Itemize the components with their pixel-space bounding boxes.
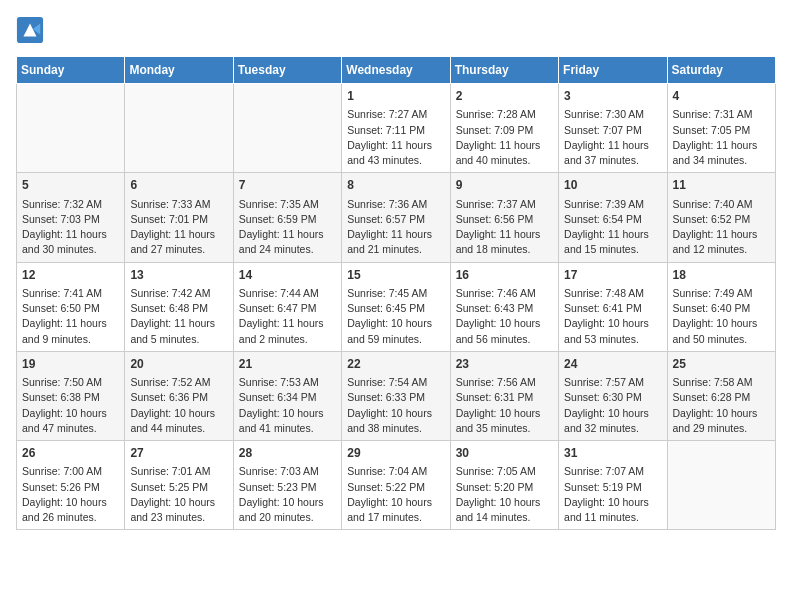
day-info: Sunrise: 7:58 AMSunset: 6:28 PMDaylight:… bbox=[673, 375, 770, 436]
day-info: Sunrise: 7:35 AMSunset: 6:59 PMDaylight:… bbox=[239, 197, 336, 258]
calendar-cell: 1Sunrise: 7:27 AMSunset: 7:11 PMDaylight… bbox=[342, 84, 450, 173]
calendar-cell: 26Sunrise: 7:00 AMSunset: 5:26 PMDayligh… bbox=[17, 441, 125, 530]
day-info: Sunrise: 7:46 AMSunset: 6:43 PMDaylight:… bbox=[456, 286, 553, 347]
calendar-cell: 16Sunrise: 7:46 AMSunset: 6:43 PMDayligh… bbox=[450, 262, 558, 351]
calendar-cell: 23Sunrise: 7:56 AMSunset: 6:31 PMDayligh… bbox=[450, 351, 558, 440]
calendar-table: SundayMondayTuesdayWednesdayThursdayFrid… bbox=[16, 56, 776, 530]
day-number: 30 bbox=[456, 445, 553, 462]
calendar-cell: 29Sunrise: 7:04 AMSunset: 5:22 PMDayligh… bbox=[342, 441, 450, 530]
week-row-5: 26Sunrise: 7:00 AMSunset: 5:26 PMDayligh… bbox=[17, 441, 776, 530]
day-number: 15 bbox=[347, 267, 444, 284]
calendar-cell: 18Sunrise: 7:49 AMSunset: 6:40 PMDayligh… bbox=[667, 262, 775, 351]
day-info: Sunrise: 7:42 AMSunset: 6:48 PMDaylight:… bbox=[130, 286, 227, 347]
day-info: Sunrise: 7:27 AMSunset: 7:11 PMDaylight:… bbox=[347, 107, 444, 168]
day-number: 5 bbox=[22, 177, 119, 194]
day-number: 17 bbox=[564, 267, 661, 284]
day-info: Sunrise: 7:03 AMSunset: 5:23 PMDaylight:… bbox=[239, 464, 336, 525]
calendar-cell: 4Sunrise: 7:31 AMSunset: 7:05 PMDaylight… bbox=[667, 84, 775, 173]
calendar-cell: 9Sunrise: 7:37 AMSunset: 6:56 PMDaylight… bbox=[450, 173, 558, 262]
day-number: 13 bbox=[130, 267, 227, 284]
day-number: 27 bbox=[130, 445, 227, 462]
day-number: 7 bbox=[239, 177, 336, 194]
day-number: 4 bbox=[673, 88, 770, 105]
day-number: 11 bbox=[673, 177, 770, 194]
calendar-cell: 12Sunrise: 7:41 AMSunset: 6:50 PMDayligh… bbox=[17, 262, 125, 351]
day-number: 8 bbox=[347, 177, 444, 194]
calendar-cell: 21Sunrise: 7:53 AMSunset: 6:34 PMDayligh… bbox=[233, 351, 341, 440]
day-info: Sunrise: 7:31 AMSunset: 7:05 PMDaylight:… bbox=[673, 107, 770, 168]
day-number: 14 bbox=[239, 267, 336, 284]
day-number: 22 bbox=[347, 356, 444, 373]
calendar-cell: 2Sunrise: 7:28 AMSunset: 7:09 PMDaylight… bbox=[450, 84, 558, 173]
calendar-cell: 31Sunrise: 7:07 AMSunset: 5:19 PMDayligh… bbox=[559, 441, 667, 530]
day-info: Sunrise: 7:05 AMSunset: 5:20 PMDaylight:… bbox=[456, 464, 553, 525]
day-info: Sunrise: 7:44 AMSunset: 6:47 PMDaylight:… bbox=[239, 286, 336, 347]
day-number: 26 bbox=[22, 445, 119, 462]
day-number: 28 bbox=[239, 445, 336, 462]
day-number: 23 bbox=[456, 356, 553, 373]
week-row-1: 1Sunrise: 7:27 AMSunset: 7:11 PMDaylight… bbox=[17, 84, 776, 173]
calendar-cell: 24Sunrise: 7:57 AMSunset: 6:30 PMDayligh… bbox=[559, 351, 667, 440]
day-number: 3 bbox=[564, 88, 661, 105]
column-header-tuesday: Tuesday bbox=[233, 57, 341, 84]
column-header-sunday: Sunday bbox=[17, 57, 125, 84]
day-info: Sunrise: 7:30 AMSunset: 7:07 PMDaylight:… bbox=[564, 107, 661, 168]
calendar-cell: 19Sunrise: 7:50 AMSunset: 6:38 PMDayligh… bbox=[17, 351, 125, 440]
day-info: Sunrise: 7:41 AMSunset: 6:50 PMDaylight:… bbox=[22, 286, 119, 347]
calendar-cell: 17Sunrise: 7:48 AMSunset: 6:41 PMDayligh… bbox=[559, 262, 667, 351]
calendar-cell: 25Sunrise: 7:58 AMSunset: 6:28 PMDayligh… bbox=[667, 351, 775, 440]
header-row: SundayMondayTuesdayWednesdayThursdayFrid… bbox=[17, 57, 776, 84]
day-number: 29 bbox=[347, 445, 444, 462]
day-info: Sunrise: 7:04 AMSunset: 5:22 PMDaylight:… bbox=[347, 464, 444, 525]
day-number: 24 bbox=[564, 356, 661, 373]
calendar-cell: 28Sunrise: 7:03 AMSunset: 5:23 PMDayligh… bbox=[233, 441, 341, 530]
day-info: Sunrise: 7:00 AMSunset: 5:26 PMDaylight:… bbox=[22, 464, 119, 525]
calendar-cell: 8Sunrise: 7:36 AMSunset: 6:57 PMDaylight… bbox=[342, 173, 450, 262]
column-header-friday: Friday bbox=[559, 57, 667, 84]
calendar-cell: 27Sunrise: 7:01 AMSunset: 5:25 PMDayligh… bbox=[125, 441, 233, 530]
calendar-cell bbox=[125, 84, 233, 173]
calendar-cell: 14Sunrise: 7:44 AMSunset: 6:47 PMDayligh… bbox=[233, 262, 341, 351]
column-header-wednesday: Wednesday bbox=[342, 57, 450, 84]
calendar-cell: 13Sunrise: 7:42 AMSunset: 6:48 PMDayligh… bbox=[125, 262, 233, 351]
day-info: Sunrise: 7:49 AMSunset: 6:40 PMDaylight:… bbox=[673, 286, 770, 347]
calendar-cell bbox=[233, 84, 341, 173]
week-row-2: 5Sunrise: 7:32 AMSunset: 7:03 PMDaylight… bbox=[17, 173, 776, 262]
calendar-cell: 15Sunrise: 7:45 AMSunset: 6:45 PMDayligh… bbox=[342, 262, 450, 351]
logo-icon bbox=[16, 16, 44, 44]
day-info: Sunrise: 7:28 AMSunset: 7:09 PMDaylight:… bbox=[456, 107, 553, 168]
day-number: 21 bbox=[239, 356, 336, 373]
day-info: Sunrise: 7:53 AMSunset: 6:34 PMDaylight:… bbox=[239, 375, 336, 436]
day-info: Sunrise: 7:50 AMSunset: 6:38 PMDaylight:… bbox=[22, 375, 119, 436]
day-info: Sunrise: 7:40 AMSunset: 6:52 PMDaylight:… bbox=[673, 197, 770, 258]
day-info: Sunrise: 7:33 AMSunset: 7:01 PMDaylight:… bbox=[130, 197, 227, 258]
column-header-thursday: Thursday bbox=[450, 57, 558, 84]
column-header-monday: Monday bbox=[125, 57, 233, 84]
calendar-cell bbox=[17, 84, 125, 173]
week-row-4: 19Sunrise: 7:50 AMSunset: 6:38 PMDayligh… bbox=[17, 351, 776, 440]
calendar-cell: 3Sunrise: 7:30 AMSunset: 7:07 PMDaylight… bbox=[559, 84, 667, 173]
day-info: Sunrise: 7:45 AMSunset: 6:45 PMDaylight:… bbox=[347, 286, 444, 347]
week-row-3: 12Sunrise: 7:41 AMSunset: 6:50 PMDayligh… bbox=[17, 262, 776, 351]
calendar-cell: 7Sunrise: 7:35 AMSunset: 6:59 PMDaylight… bbox=[233, 173, 341, 262]
day-info: Sunrise: 7:57 AMSunset: 6:30 PMDaylight:… bbox=[564, 375, 661, 436]
day-number: 10 bbox=[564, 177, 661, 194]
calendar-cell: 6Sunrise: 7:33 AMSunset: 7:01 PMDaylight… bbox=[125, 173, 233, 262]
day-number: 12 bbox=[22, 267, 119, 284]
day-number: 9 bbox=[456, 177, 553, 194]
day-number: 19 bbox=[22, 356, 119, 373]
calendar-cell bbox=[667, 441, 775, 530]
day-info: Sunrise: 7:07 AMSunset: 5:19 PMDaylight:… bbox=[564, 464, 661, 525]
calendar-cell: 20Sunrise: 7:52 AMSunset: 6:36 PMDayligh… bbox=[125, 351, 233, 440]
day-number: 16 bbox=[456, 267, 553, 284]
column-header-saturday: Saturday bbox=[667, 57, 775, 84]
day-number: 20 bbox=[130, 356, 227, 373]
day-info: Sunrise: 7:32 AMSunset: 7:03 PMDaylight:… bbox=[22, 197, 119, 258]
day-number: 31 bbox=[564, 445, 661, 462]
day-info: Sunrise: 7:37 AMSunset: 6:56 PMDaylight:… bbox=[456, 197, 553, 258]
day-number: 1 bbox=[347, 88, 444, 105]
day-info: Sunrise: 7:48 AMSunset: 6:41 PMDaylight:… bbox=[564, 286, 661, 347]
day-number: 2 bbox=[456, 88, 553, 105]
calendar-cell: 5Sunrise: 7:32 AMSunset: 7:03 PMDaylight… bbox=[17, 173, 125, 262]
day-info: Sunrise: 7:56 AMSunset: 6:31 PMDaylight:… bbox=[456, 375, 553, 436]
